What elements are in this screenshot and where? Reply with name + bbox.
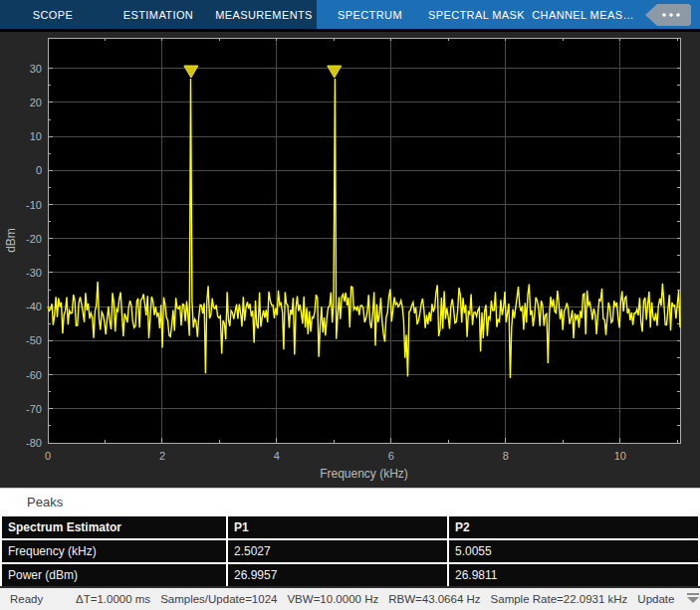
peaks-table-cell: Power (dBm) [2,564,226,586]
peaks-table-row-frequency-khz: Frequency (kHz)2.50275.0055 [2,540,698,562]
peaks-table-cell: 26.9957 [228,564,447,586]
tab-estimation[interactable]: ESTIMATION [106,0,211,29]
spectrum-display[interactable]: 3020100-10-20-30-40-50-60-70-800246810dB… [0,32,700,488]
status-items: ΔT=1.0000 msSamples/Update=1024VBW=10.00… [76,593,684,605]
tab-spectral-mask[interactable]: SPECTRAL MASK [423,0,530,29]
toolbar-overflow-button[interactable] [645,4,691,26]
status-item-samples-update: Samples/Update=1024 [160,593,277,605]
y-axis-label: dBm [4,228,18,253]
y-tick-label: -50 [26,334,42,346]
tab-group-contextual: SPECTRUMSPECTRAL MASKCHANNEL MEAS… [317,0,700,29]
x-tick-label: 0 [45,450,51,462]
x-tick-label: 10 [614,450,626,462]
y-tick-label: -30 [26,267,42,279]
contextual-tabs: SPECTRUMSPECTRAL MASKCHANNEL MEAS… [317,0,636,29]
plot-area [48,38,680,443]
peaks-table-cell: 5.0055 [449,540,698,562]
peaks-table-cell: 2.5027 [228,540,447,562]
toolstrip: SCOPEESTIMATIONMEASUREMENTS SPECTRUMSPEC… [0,0,700,32]
x-tick-label: 6 [388,450,394,462]
y-tick-label: -70 [26,403,42,415]
y-tick-label: 30 [30,63,42,75]
peaks-table-header-p2: P2 [449,516,698,538]
toolbar-spacer [636,0,645,29]
peaks-table-cell: 26.9811 [449,564,698,586]
y-tick-label: -20 [26,233,42,245]
peaks-table-header-row: Spectrum EstimatorP1P2 [2,516,698,538]
status-item-t: ΔT=1.0000 ms [76,593,150,605]
tab-channel-meas[interactable]: CHANNEL MEAS… [530,0,636,29]
peaks-table-header-spectrum-estimator: Spectrum Estimator [2,516,226,538]
tab-spectrum[interactable]: SPECTRUM [317,0,423,29]
peaks-table-row-power-dbm: Power (dBm)26.995726.9811 [2,564,698,586]
y-tick-label: 0 [36,164,42,176]
tab-scope[interactable]: SCOPE [0,0,106,29]
tab-measurements[interactable]: MEASUREMENTS [211,0,317,29]
spectrum-analyzer-window: SCOPEESTIMATIONMEASUREMENTS SPECTRUMSPEC… [0,0,700,610]
x-tick-label: 4 [274,450,280,462]
status-item-vbw: VBW=10.0000 Hz [287,593,378,605]
status-bar: Ready ΔT=1.0000 msSamples/Update=1024VBW… [0,586,700,610]
y-tick-label: 10 [30,130,42,142]
peaks-table: Spectrum EstimatorP1P2 Frequency (kHz)2.… [0,514,700,588]
y-tick-label: -80 [26,437,42,449]
tab-group-main: SCOPEESTIMATIONMEASUREMENTS [0,0,317,29]
x-axis-label: Frequency (kHz) [320,467,408,481]
y-tick-label: -10 [26,199,42,211]
x-tick-label: 2 [159,450,165,462]
peaks-table-header-p1: P1 [228,516,447,538]
status-item-rbw: RBW=43.0664 Hz [388,593,480,605]
x-tick-label: 8 [503,450,509,462]
peaks-panel: Peaks Spectrum EstimatorP1P2 Frequency (… [0,488,700,586]
y-tick-label: -60 [26,369,42,381]
trend-arrow-icon[interactable] [686,592,700,606]
status-item-sample-rate: Sample Rate=22.0931 kHz [491,593,628,605]
y-tick-label: 20 [30,97,42,108]
y-tick-label: -40 [26,301,42,312]
status-item-update: Update [637,593,674,605]
collapsed-panel-arrow-icon [645,4,691,26]
peaks-panel-title: Peaks [0,489,700,514]
peaks-table-cell: Frequency (kHz) [2,540,226,562]
status-ready: Ready [10,593,76,605]
